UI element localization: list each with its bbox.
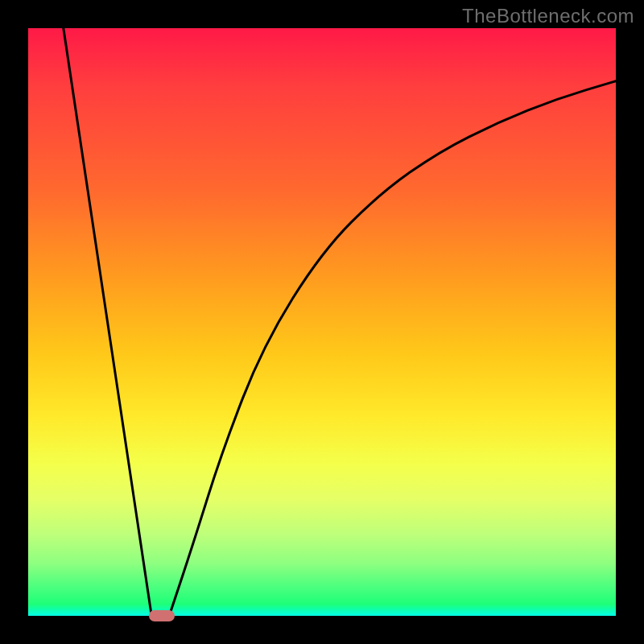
- curve-svg: [28, 28, 616, 616]
- watermark-text: TheBottleneck.com: [462, 5, 634, 27]
- chart-frame: TheBottleneck.com: [0, 0, 644, 644]
- optimal-marker: [149, 610, 175, 621]
- bottleneck-curve: [64, 28, 616, 616]
- plot-area: [28, 28, 616, 616]
